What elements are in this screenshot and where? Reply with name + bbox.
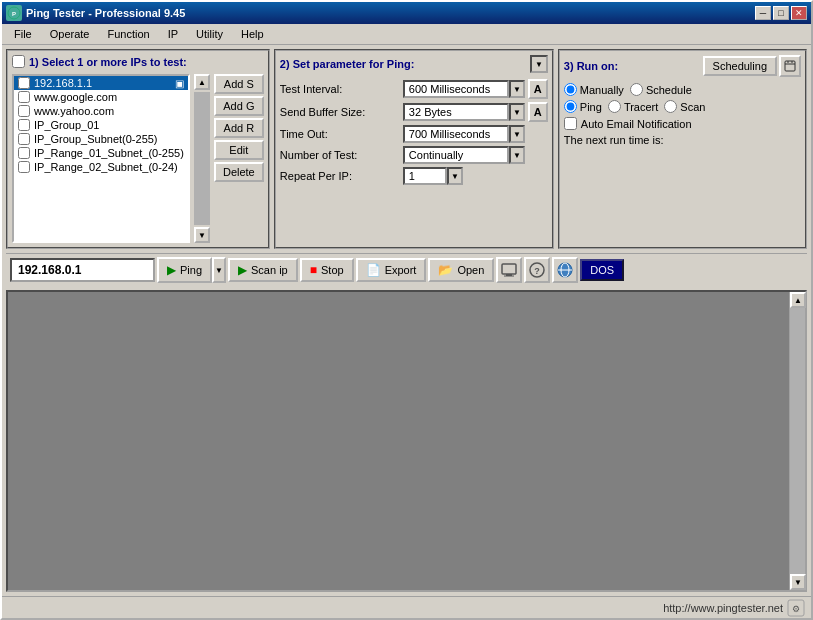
ping-radio-input[interactable] [564, 100, 577, 113]
ip-label: IP_Group_Subnet(0-255) [34, 133, 158, 145]
section2-dropdown-arrow[interactable]: ▼ [530, 55, 548, 73]
section3-title: 3) Run on: [564, 60, 618, 72]
manually-radio-input[interactable] [564, 83, 577, 96]
monitor-icon-button[interactable] [496, 257, 522, 283]
schedule-label: Schedule [646, 84, 692, 96]
auto-email-checkbox[interactable] [564, 117, 577, 130]
list-item[interactable]: www.yahoo.com [14, 104, 188, 118]
list-item[interactable]: IP_Range_02_Subnet_(0-24) [14, 160, 188, 174]
ping-button[interactable]: ▶ Ping [157, 257, 212, 283]
open-label: Open [457, 264, 484, 276]
ping-label: Ping [180, 264, 202, 276]
add-g-button[interactable]: Add G [214, 96, 264, 116]
ip-checkbox[interactable] [18, 91, 30, 103]
help-icon-button[interactable]: ? [524, 257, 550, 283]
stop-button[interactable]: ■ Stop [300, 258, 354, 282]
tracert-radio[interactable]: Tracert [608, 100, 658, 113]
send-buffer-a-button[interactable]: A [528, 102, 548, 122]
test-interval-dropdown[interactable]: ▼ [509, 80, 525, 98]
minimize-button[interactable]: ─ [755, 6, 771, 20]
export-label: Export [385, 264, 417, 276]
schedule-radio[interactable]: Schedule [630, 83, 692, 96]
ping-label: Ping [580, 101, 602, 113]
ip-checkbox[interactable] [18, 147, 30, 159]
tracert-radio-input[interactable] [608, 100, 621, 113]
ip-label: IP_Range_01_Subnet_(0-255) [34, 147, 184, 159]
ip-checkbox[interactable] [18, 105, 30, 117]
section1-title: 1) Select 1 or more IPs to test: [29, 56, 187, 68]
menu-help[interactable]: Help [233, 26, 272, 42]
timeout-dropdown[interactable]: ▼ [509, 125, 525, 143]
result-scrollbar: ▲ ▼ [789, 292, 805, 590]
list-item[interactable]: 192.168.1.1 ▣ [14, 76, 188, 90]
test-interval-value[interactable]: 600 Milliseconds [403, 80, 509, 98]
result-scroll-up[interactable]: ▲ [790, 292, 806, 308]
menu-bar: File Operate Function IP Utility Help [2, 24, 811, 45]
scheduling-button[interactable]: Scheduling [703, 56, 777, 76]
auto-email-label: Auto Email Notification [581, 118, 692, 130]
list-item[interactable]: IP_Range_01_Subnet_(0-255) [14, 146, 188, 160]
ip-label: IP_Group_01 [34, 119, 99, 131]
scan-ip-button[interactable]: ▶ Scan ip [228, 258, 298, 282]
send-buffer-label: Send Buffer Size: [280, 106, 400, 118]
open-button[interactable]: 📂 Open [428, 258, 494, 282]
website-url: http://www.pingtester.net [663, 602, 783, 614]
test-interval-a-button[interactable]: A [528, 79, 548, 99]
list-item[interactable]: www.google.com [14, 90, 188, 104]
num-test-value[interactable]: Continually [403, 146, 509, 164]
ip-checkbox[interactable] [18, 119, 30, 131]
ping-dropdown-button[interactable]: ▼ [212, 257, 226, 283]
result-area: ▲ ▼ [6, 290, 807, 592]
scheduling-icon-button[interactable] [779, 55, 801, 77]
list-item[interactable]: IP_Group_Subnet(0-255) [14, 132, 188, 146]
add-s-button[interactable]: Add S [214, 74, 264, 94]
scan-radio[interactable]: Scan [664, 100, 705, 113]
timeout-value[interactable]: 700 Milliseconds [403, 125, 509, 143]
maximize-button[interactable]: □ [773, 6, 789, 20]
scan-radio-input[interactable] [664, 100, 677, 113]
ip-checkbox[interactable] [18, 77, 30, 89]
ip-checkbox[interactable] [18, 133, 30, 145]
repeat-ip-dropdown[interactable]: ▼ [447, 167, 463, 185]
send-buffer-dropdown[interactable]: ▼ [509, 103, 525, 121]
menu-operate[interactable]: Operate [42, 26, 98, 42]
list-item[interactable]: IP_Group_01 [14, 118, 188, 132]
next-run-container: The next run time is: [564, 134, 801, 146]
select-all-checkbox[interactable] [12, 55, 25, 68]
menu-ip[interactable]: IP [160, 26, 186, 42]
ip-label: www.google.com [34, 91, 117, 103]
send-buffer-value[interactable]: 32 Bytes [403, 103, 509, 121]
menu-file[interactable]: File [6, 26, 40, 42]
menu-function[interactable]: Function [99, 26, 157, 42]
scroll-track [194, 92, 210, 225]
schedule-radio-input[interactable] [630, 83, 643, 96]
web-icon-button[interactable] [552, 257, 578, 283]
edit-button[interactable]: Edit [214, 140, 264, 160]
scan-ip-label: Scan ip [251, 264, 288, 276]
ip-list[interactable]: 192.168.1.1 ▣ www.google.com www.yahoo.c… [12, 74, 190, 243]
ip-icon: ▣ [175, 78, 184, 89]
status-icon: ⚙ [787, 599, 805, 617]
delete-button[interactable]: Delete [214, 162, 264, 182]
ip-label: www.yahoo.com [34, 105, 114, 117]
action-toolbar: 192.168.0.1 ▶ Ping ▼ ▶ Scan ip ■ Stop 📄 … [6, 253, 807, 286]
manually-radio[interactable]: Manually [564, 83, 624, 96]
close-button[interactable]: ✕ [791, 6, 807, 20]
ping-radio[interactable]: Ping [564, 100, 602, 113]
export-button[interactable]: 📄 Export [356, 258, 427, 282]
menu-utility[interactable]: Utility [188, 26, 231, 42]
add-r-button[interactable]: Add R [214, 118, 264, 138]
ping-mode-group: Ping Tracert Scan [564, 100, 801, 113]
ip-checkbox[interactable] [18, 161, 30, 173]
ip-section: 1) Select 1 or more IPs to test: 192.168… [6, 49, 270, 249]
scroll-up-arrow[interactable]: ▲ [194, 74, 210, 90]
ip-label: IP_Range_02_Subnet_(0-24) [34, 161, 178, 173]
svg-rect-2 [785, 61, 795, 71]
num-test-dropdown[interactable]: ▼ [509, 146, 525, 164]
scroll-down-arrow[interactable]: ▼ [194, 227, 210, 243]
address-bar[interactable]: 192.168.0.1 [10, 258, 155, 282]
repeat-ip-value[interactable]: 1 [403, 167, 447, 185]
dos-button[interactable]: DOS [580, 259, 624, 281]
result-scroll-down[interactable]: ▼ [790, 574, 806, 590]
ip-label: 192.168.1.1 [34, 77, 92, 89]
